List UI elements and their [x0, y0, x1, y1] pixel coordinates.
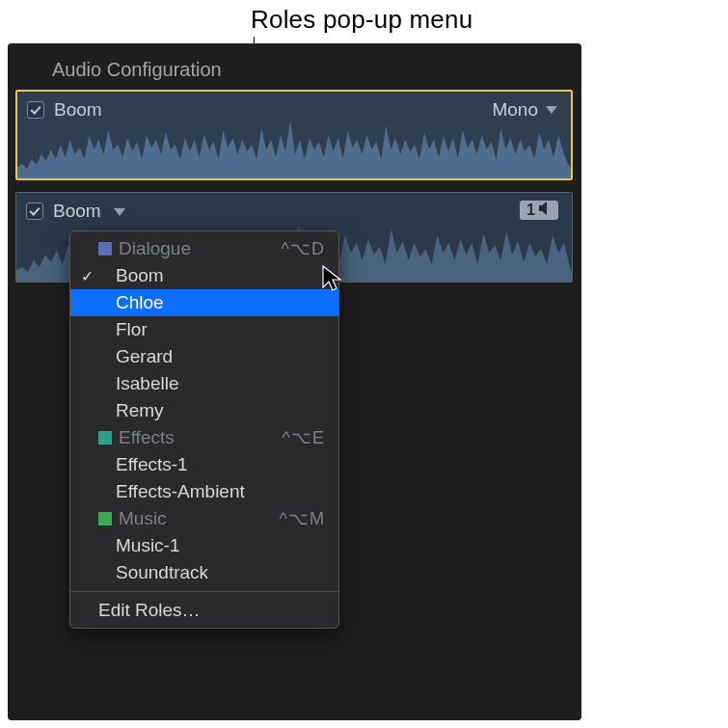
track-enable-checkbox[interactable] [27, 101, 44, 119]
channel-right: 1 [520, 201, 558, 220]
menu-shortcut: ^⌥E [283, 427, 325, 448]
menu-item-soundtrack[interactable]: Soundtrack [70, 559, 338, 586]
role-color-swatch [98, 242, 112, 256]
menu-item-flor[interactable]: Flor [70, 316, 338, 343]
menu-shortcut: ^⌥M [280, 508, 325, 529]
roles-popup-menu: Dialogue^⌥D✓BoomChloeFlorGerardIsabelleR… [69, 230, 339, 629]
mouse-cursor [321, 264, 346, 293]
menu-item-boom[interactable]: ✓Boom [70, 262, 338, 289]
menu-group-label: Music [119, 508, 280, 529]
checkmark-icon: ✓ [78, 267, 95, 285]
menu-item-effects-ambient[interactable]: Effects-Ambient [70, 478, 338, 505]
menu-group-effects[interactable]: Effects^⌥E [70, 424, 338, 451]
menu-item-gerard[interactable]: Gerard [70, 343, 338, 370]
menu-item-effects-1[interactable]: Effects-1 [70, 451, 338, 478]
chevron-down-icon [114, 208, 125, 216]
menu-item-label: Music-1 [116, 535, 325, 556]
role-color-swatch [98, 431, 112, 445]
menu-group-label: Effects [119, 427, 283, 448]
track-name-label: Boom [54, 99, 102, 121]
panel-title: Audio Configuration [52, 59, 222, 81]
track-enable-checkbox[interactable] [26, 202, 43, 220]
menu-edit-roles[interactable]: Edit Roles… [70, 597, 338, 624]
menu-item-label: Edit Roles… [98, 600, 325, 621]
menu-item-label: Gerard [116, 346, 325, 367]
chevron-down-icon [546, 106, 557, 114]
menu-item-isabelle[interactable]: Isabelle [70, 370, 338, 397]
menu-group-music[interactable]: Music^⌥M [70, 505, 338, 532]
channel-config-selector[interactable]: Mono [492, 99, 557, 121]
audio-config-panel: Audio Configuration Boom Mono Boom [8, 43, 581, 720]
menu-item-label: Remy [116, 400, 325, 421]
track-role-label: Boom [53, 201, 101, 221]
menu-item-remy[interactable]: Remy [70, 397, 338, 424]
roles-popup-button[interactable]: Boom [53, 201, 125, 222]
track-header: Boom [27, 99, 102, 121]
track-header: Boom [26, 201, 125, 222]
annotation-label: Roles pop-up menu [251, 5, 472, 35]
menu-group-dialogue[interactable]: Dialogue^⌥D [70, 235, 338, 262]
speaker-icon [538, 202, 553, 219]
menu-group-label: Dialogue [119, 238, 282, 259]
menu-item-music-1[interactable]: Music-1 [70, 532, 338, 559]
menu-shortcut: ^⌥D [282, 238, 325, 259]
menu-item-label: Boom [116, 265, 325, 286]
menu-item-label: Effects-1 [116, 454, 325, 475]
channel-config-label: Mono [492, 99, 538, 121]
channel-number: 1 [526, 202, 535, 219]
menu-item-label: Effects-Ambient [116, 481, 325, 502]
menu-divider [70, 591, 338, 592]
menu-item-label: Soundtrack [116, 562, 325, 583]
waveform [17, 111, 571, 178]
menu-item-label: Chloe [116, 292, 325, 313]
menu-item-label: Flor [116, 319, 325, 340]
role-color-swatch [98, 512, 112, 526]
menu-item-chloe[interactable]: Chloe [70, 289, 338, 316]
menu-item-label: Isabelle [116, 373, 325, 394]
channel-badge[interactable]: 1 [520, 201, 558, 220]
audio-track-boom-1[interactable]: Boom Mono [15, 90, 573, 180]
